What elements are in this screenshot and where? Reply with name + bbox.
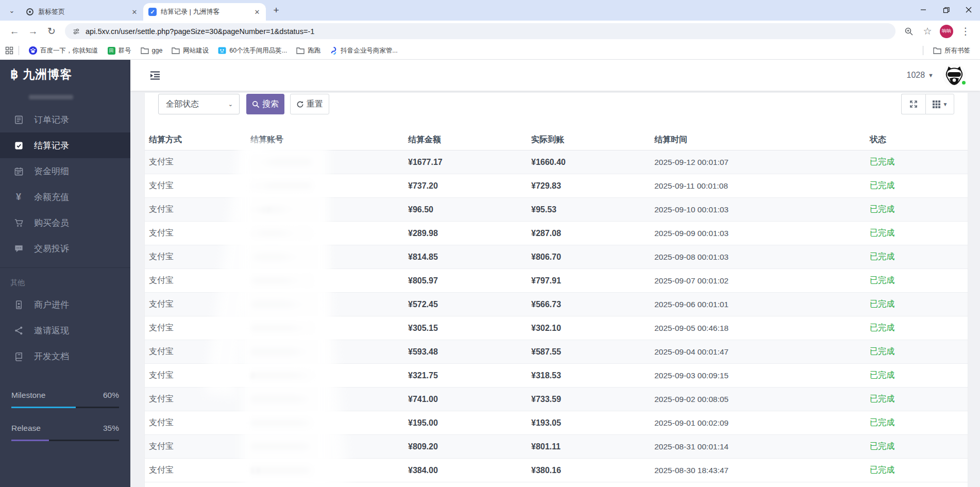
chevron-down-icon[interactable]: ▼	[928, 72, 934, 78]
cell-method: 支付宝	[145, 394, 246, 405]
cell-method: 支付宝	[145, 417, 246, 428]
redaction-blob	[250, 159, 311, 165]
cell-amount: ¥1677.17	[404, 158, 527, 167]
sidebar-item-invite[interactable]: 邀请返现	[0, 317, 130, 343]
cell-account-redacted	[246, 388, 404, 411]
sidebar-item-docs[interactable]: 开发文档	[0, 343, 130, 369]
fullscreen-button[interactable]	[901, 94, 925, 114]
column-header: 结算账号	[246, 135, 404, 145]
search-icon	[252, 100, 260, 108]
cell-time: 2025-09-12 00:01:07	[650, 158, 866, 167]
close-window-button[interactable]	[957, 0, 980, 20]
cell-amount: ¥741.00	[404, 395, 527, 404]
sidebar-item-orders[interactable]: 订单记录	[0, 107, 130, 132]
id-card-icon	[13, 299, 24, 310]
bookmark-gge[interactable]: gge	[141, 47, 163, 54]
reload-icon[interactable]: ↻	[43, 23, 60, 40]
bookmark-douyin[interactable]: 抖音企业号商家管...	[330, 46, 397, 55]
sidebar-progress: Milestone60%Release35%	[0, 391, 130, 441]
reset-button[interactable]: 重置	[290, 94, 329, 114]
restore-button[interactable]	[935, 0, 957, 20]
app-logo[interactable]: ฿ 九洲博客	[0, 60, 130, 89]
progress-value: 35%	[103, 424, 119, 433]
sidebar-item-label: 订单记录	[34, 114, 69, 126]
column-header: 结算金额	[404, 135, 527, 145]
account-fragment: 2	[250, 371, 256, 380]
cell-method: 支付宝	[145, 370, 246, 381]
folder-icon	[296, 47, 305, 54]
tab-close-icon[interactable]: ✕	[130, 7, 139, 16]
search-button[interactable]: 搜索	[246, 94, 284, 114]
back-icon[interactable]: ←	[6, 23, 23, 40]
tab-search-button[interactable]: ⌄	[4, 3, 20, 18]
sidebar-item-merchant[interactable]: 商户进件	[0, 292, 130, 317]
bookmark-label: 群号	[119, 46, 131, 55]
bookmark-webdev[interactable]: 网站建设	[172, 46, 209, 55]
cell-time: 2025-09-04 00:01:47	[650, 347, 866, 357]
window-controls	[912, 0, 980, 21]
cell-status: 已完成	[866, 465, 968, 476]
sidebar-item-label: 结算记录	[34, 140, 69, 152]
browser-profile-avatar[interactable]: 呐呐	[940, 25, 953, 38]
redaction-blob	[250, 325, 311, 331]
bitcoin-logo-icon: ฿	[10, 67, 19, 81]
sidebar-item-label: 交易投诉	[34, 243, 69, 255]
site-favicon-icon: ✓	[148, 8, 157, 16]
cell-method: 支付宝	[145, 204, 246, 215]
cell-received: ¥801.11	[527, 442, 650, 451]
cell-received: ¥193.05	[527, 418, 650, 428]
new-tab-button[interactable]: +	[269, 3, 283, 18]
table-row: 支付宝¥741.00¥733.592025-09-02 00:08:05已完成	[145, 388, 968, 411]
cell-method: 支付宝	[145, 157, 246, 167]
tab-close-icon[interactable]: ✕	[252, 7, 262, 16]
bookmark-qunhao[interactable]: 田群号	[108, 46, 131, 55]
progress-block-milestone: Milestone60%	[11, 391, 119, 408]
folder-icon	[172, 47, 180, 54]
yen-icon: ¥	[13, 192, 24, 202]
browser-menu-icon[interactable]: ⋮	[957, 23, 974, 40]
cell-account-redacted	[246, 435, 404, 458]
tab-newtab[interactable]: 新标签页 ✕	[21, 3, 143, 21]
sidebar-item-funds[interactable]: 资金明细	[0, 158, 130, 184]
cell-amount: ¥305.15	[404, 324, 527, 333]
progress-label: Milestone	[11, 391, 45, 400]
sidebar-item-complaint[interactable]: 交易投诉	[0, 236, 130, 261]
bookmark-words[interactable]: 60个洗手间用品英...	[218, 46, 287, 55]
minimize-button[interactable]	[912, 0, 935, 20]
main-area: 1028 ▼ 全部状态 ⌄ 搜索	[130, 60, 980, 487]
tab-title: 结算记录 | 九洲博客	[161, 7, 252, 16]
cell-method: 支付宝	[145, 299, 246, 310]
merchant-id-dropdown[interactable]: 1028	[907, 71, 925, 80]
site-info-icon[interactable]	[72, 27, 80, 36]
user-avatar[interactable]	[943, 64, 966, 87]
account-fragment: 1	[250, 229, 256, 238]
cell-received: ¥380.16	[527, 466, 650, 475]
progress-label: Release	[11, 424, 41, 433]
bookmark-baidu[interactable]: 百度一下，你就知道	[29, 46, 98, 55]
sidebar-item-recharge[interactable]: ¥余额充值	[0, 184, 130, 210]
zoom-icon[interactable]	[901, 23, 917, 40]
cell-method: 支付宝	[145, 180, 246, 191]
sidebar-item-settlement[interactable]: 结算记录	[0, 132, 130, 158]
account-fragment: 0502	[250, 205, 272, 214]
bookmark-star-icon[interactable]: ☆	[919, 23, 936, 40]
sidebar-item-label: 购买会员	[34, 217, 69, 229]
cell-amount: ¥572.45	[404, 300, 527, 309]
status-filter-select[interactable]: 全部状态 ⌄	[158, 94, 240, 114]
forward-icon[interactable]: →	[25, 23, 41, 40]
progress-value: 60%	[103, 391, 119, 400]
sidebar-toggle-icon[interactable]	[149, 70, 161, 80]
all-bookmarks-folder[interactable]: 所有书签	[933, 46, 970, 55]
apps-grid-icon[interactable]	[5, 46, 13, 55]
sidebar-item-vip[interactable]: 购买会员	[0, 210, 130, 236]
cell-amount: ¥96.50	[404, 205, 527, 214]
address-bar[interactable]: api.5xv.cn/user/settle.php?pageSize=30&p…	[65, 23, 895, 39]
columns-dropdown-button[interactable]: ▼	[925, 94, 954, 114]
cell-amount: ¥289.98	[404, 229, 527, 238]
bookmark-paopao[interactable]: 跑跑	[296, 46, 320, 55]
tab-settlement[interactable]: ✓ 结算记录 | 九洲博客 ✕	[143, 3, 266, 21]
cell-status: 已完成	[866, 323, 968, 333]
sidebar-item-label: 邀请返现	[34, 325, 69, 337]
comment-icon	[13, 243, 24, 254]
share-icon	[13, 325, 24, 335]
